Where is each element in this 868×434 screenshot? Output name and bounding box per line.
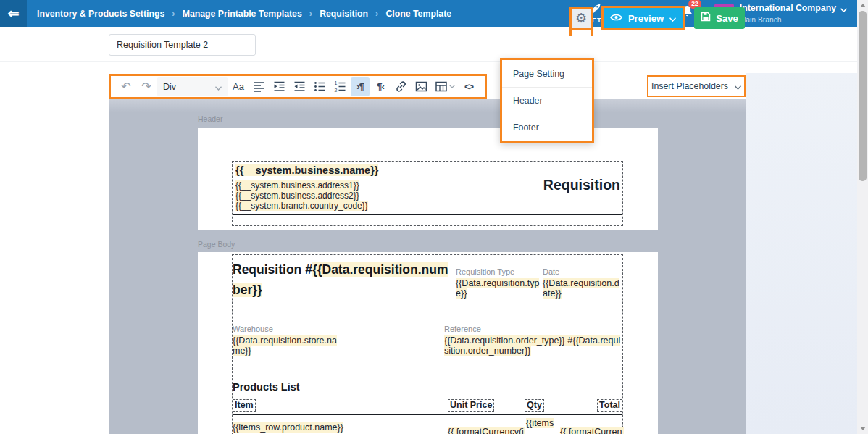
insert-link-button[interactable] (391, 77, 410, 96)
preview-button-highlight: Preview (601, 6, 685, 30)
placeholder-unit-price[interactable]: {{ formatCurrency(ite (448, 427, 525, 434)
table-header-divider (233, 414, 622, 415)
menu-item-header[interactable]: Header (502, 87, 592, 114)
scroll-up-arrow-icon[interactable] (860, 4, 866, 7)
svg-text:2: 2 (334, 88, 337, 93)
font-size-button[interactable]: Aa (229, 77, 248, 96)
vertical-scrollbar[interactable] (857, 0, 868, 434)
placeholder-item-name[interactable]: {{items_row.product.name}} (233, 422, 343, 433)
products-table-header: Item Unit Price Qty Total (233, 399, 622, 413)
chevron-down-icon (669, 12, 676, 25)
column-header-item[interactable]: Item (233, 399, 256, 412)
breadcrumb-separator-icon: › (375, 8, 378, 19)
breadcrumb-separator-icon: › (309, 8, 312, 19)
breadcrumb-item-clone-template: Clone Template (385, 9, 451, 19)
breadcrumb-item-requisition[interactable]: Requisition (320, 9, 368, 19)
svg-text:1: 1 (334, 80, 337, 85)
placeholder-country-code[interactable]: {{__system.branch.country_code}} (235, 201, 368, 211)
link-icon (395, 80, 407, 93)
scroll-down-arrow-icon[interactable] (860, 427, 866, 430)
warehouse-reference-row: Warehouse {{Data.requisition.store.name}… (233, 325, 622, 356)
column-header-unit-price[interactable]: Unit Price (448, 399, 494, 412)
chevron-down-icon (449, 85, 455, 88)
font-size-icon: Aa (233, 81, 244, 92)
indent-icon (273, 80, 285, 93)
body-content-region[interactable]: Requisition #{{Data.requisition.number}}… (232, 254, 623, 434)
block-format-dropdown[interactable]: Div (157, 77, 228, 96)
requisition-number-title[interactable]: Requisition #{{Data.requisition.number}} (233, 255, 456, 300)
warehouse-label: Warehouse (233, 325, 341, 333)
insert-placeholders-label: Insert Placeholders (651, 81, 728, 91)
code-view-button[interactable]: <> (459, 77, 478, 96)
annotation-connector (569, 29, 593, 36)
placeholder-requisition-date[interactable]: {{Data.requisition.date}} (543, 278, 619, 299)
insert-image-button[interactable] (412, 77, 430, 96)
save-label: Save (716, 13, 738, 24)
floppy-disk-icon (701, 12, 711, 25)
indent-button[interactable] (270, 77, 288, 96)
placeholder-requisition-type[interactable]: {{Data.requisition.type}} (456, 278, 539, 299)
header-page[interactable]: {{__system.business.name}} {{__system.bu… (198, 128, 658, 230)
placeholder-address2[interactable]: {{__system.business.address2}} (235, 191, 359, 201)
save-button[interactable]: Save (694, 7, 745, 29)
reference-label: Reference (444, 325, 622, 333)
scrollbar-thumb[interactable] (859, 11, 867, 181)
insert-placeholders-dropdown[interactable]: Insert Placeholders (647, 75, 746, 97)
company-name: International Company (740, 3, 836, 14)
breadcrumb-separator-icon: › (172, 8, 175, 19)
placeholder-reference[interactable]: {{Data.requisition.order_type}} #{{Data.… (444, 335, 620, 356)
date-field: Date {{Data.requisition.date}} (543, 255, 622, 300)
column-header-qty[interactable]: Qty (525, 399, 544, 412)
breadcrumb-item-settings[interactable]: Inventory & Products Settings (37, 9, 164, 19)
editor-toolbar: ↶ ↷ Div Aa 12 ›¶ ¶‹ <> (109, 74, 487, 99)
placeholder-warehouse[interactable]: {{Data.requisition.store.name}} (233, 335, 337, 356)
eye-icon (610, 12, 622, 25)
bullet-list-icon (314, 80, 326, 93)
company-switcher[interactable]: International Company Main Branch (740, 1, 847, 25)
preview-button[interactable]: Preview (604, 8, 683, 28)
block-format-value: Div (163, 82, 176, 92)
header-section-label: Header (198, 114, 222, 123)
chevron-down-icon (215, 80, 222, 93)
body-page[interactable]: Requisition #{{Data.requisition.number}}… (198, 252, 658, 434)
image-icon (415, 80, 427, 93)
placeholder-total[interactable]: {{ formatCurren (560, 427, 624, 434)
document-canvas[interactable]: Header {{__system.business.name}} {{__sy… (109, 99, 746, 434)
table-icon (435, 81, 447, 92)
breadcrumb: Inventory & Products Settings › Manage P… (37, 8, 587, 19)
menu-item-page-setting[interactable]: Page Setting (502, 60, 592, 87)
back-arrow-icon: ⇐ (8, 5, 20, 22)
placeholder-business-name[interactable]: {{__system.business.name}} (235, 164, 378, 176)
rtl-direction-button[interactable]: ¶‹ (371, 77, 390, 96)
breadcrumb-item-templates[interactable]: Manage Printable Templates (183, 9, 302, 19)
preview-label: Preview (628, 13, 664, 24)
menu-item-footer[interactable]: Footer (502, 114, 592, 141)
ltr-direction-button[interactable]: ›¶ (351, 77, 370, 96)
template-name-input[interactable] (109, 34, 256, 56)
undo-button[interactable]: ↶ (117, 77, 135, 96)
requisition-type-label: Requisition Type (456, 267, 543, 276)
column-header-total[interactable]: Total (597, 399, 622, 412)
bullet-list-button[interactable] (310, 77, 329, 96)
document-title: Requisition (543, 177, 620, 193)
title-prefix: Requisition # (233, 262, 312, 277)
undo-icon: ↶ (121, 81, 130, 93)
right-panel (746, 73, 857, 434)
numbered-list-button[interactable]: 12 (330, 77, 349, 96)
insert-table-button[interactable] (432, 77, 458, 96)
align-button[interactable] (249, 77, 268, 96)
rtl-paragraph-icon: ¶‹ (377, 81, 384, 92)
page-settings-gear-button[interactable]: ⚙ (569, 7, 593, 30)
placeholder-qty[interactable]: {{items (526, 418, 554, 428)
collapse-sidebar-button[interactable]: ⇐ (0, 0, 27, 27)
chevron-down-icon (735, 80, 741, 93)
outdent-button[interactable] (290, 77, 309, 96)
template-action-bar (0, 27, 857, 62)
row-spacer (341, 325, 444, 356)
header-content-region[interactable]: {{__system.business.name}} {{__system.bu… (232, 161, 623, 226)
redo-button[interactable]: ↷ (137, 77, 156, 96)
page-settings-menu: Page Setting Header Footer (500, 58, 594, 143)
gear-icon: ⚙ (575, 12, 587, 25)
body-section-label: Page Body (198, 240, 235, 249)
placeholder-address1[interactable]: {{__system.business.address1}} (235, 180, 359, 191)
